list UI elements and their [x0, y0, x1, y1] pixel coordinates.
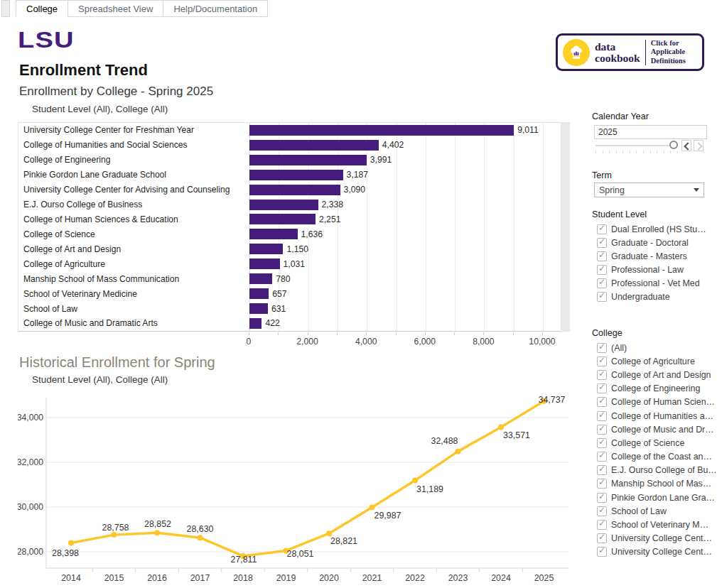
data-point[interactable] [370, 504, 375, 510]
bar[interactable] [249, 200, 318, 210]
checkbox-checked[interactable]: ✓ [597, 343, 607, 353]
slider-handle[interactable] [669, 141, 678, 149]
checkbox-checked[interactable]: ✓ [597, 520, 607, 530]
data-point[interactable] [198, 535, 203, 540]
checkbox-checked[interactable]: ✓ [597, 370, 607, 380]
college-option-label: College of Music and Dr… [611, 425, 714, 435]
college-option[interactable]: ✓College of Engineering [597, 382, 717, 396]
data-point[interactable] [412, 478, 418, 484]
student-level-option[interactable]: ✓Graduate - Doctoral [597, 236, 706, 249]
college-option[interactable]: ✓University College Cent… [597, 532, 717, 545]
tab-college[interactable]: College [16, 0, 68, 17]
bar[interactable] [249, 170, 343, 180]
checkbox-checked[interactable]: ✓ [597, 356, 607, 366]
checkbox-checked[interactable]: ✓ [597, 224, 607, 234]
college-option[interactable]: ✓Pinkie Gordon Lane Gra… [597, 491, 717, 504]
slider-track[interactable] [595, 145, 678, 146]
checkbox-checked[interactable]: ✓ [597, 411, 607, 421]
student-level-option[interactable]: ✓Professional - Law [597, 263, 706, 276]
college-option[interactable]: ✓E.J. Ourso College of Bu… [597, 464, 717, 477]
bar[interactable] [249, 244, 283, 254]
cookbook-brand-top: data [595, 41, 640, 53]
checkbox-checked[interactable]: ✓ [597, 506, 607, 516]
slider-tick [650, 151, 651, 153]
bar-value-label: 4,402 [382, 140, 404, 150]
checkbox-checked[interactable]: ✓ [597, 452, 607, 462]
college-option-label: University College Cent… [611, 533, 712, 543]
bar-chart-scrollbar[interactable] [561, 122, 570, 332]
bar[interactable] [249, 125, 514, 136]
bar[interactable] [249, 140, 379, 151]
checkbox-checked[interactable]: ✓ [597, 251, 607, 261]
college-option[interactable]: ✓College of Agriculture [597, 354, 717, 368]
x-axis-label: 6,000 [414, 337, 436, 347]
bar[interactable] [249, 303, 268, 314]
checkbox-checked[interactable]: ✓ [597, 479, 607, 489]
checkbox-checked[interactable]: ✓ [597, 383, 607, 393]
slider-tick [657, 151, 657, 153]
bar[interactable] [249, 288, 269, 299]
calendar-year-input[interactable] [594, 125, 707, 139]
student-level-option[interactable]: ✓Dual Enrolled (HS Stu… [597, 222, 706, 236]
college-option-label: Manship School of Mas… [611, 479, 711, 489]
college-option[interactable]: ✓(All) [597, 341, 717, 354]
data-point[interactable] [154, 530, 160, 535]
slider-prev-button[interactable] [681, 140, 691, 151]
checkbox-checked[interactable]: ✓ [597, 292, 607, 302]
data-point[interactable] [326, 530, 332, 536]
bar-cell: 3,991 [249, 153, 561, 168]
data-point[interactable] [112, 532, 117, 538]
bar[interactable] [249, 155, 367, 165]
bar-value-label: 2,338 [322, 200, 344, 209]
student-level-option[interactable]: ✓Undergraduate [597, 290, 706, 303]
college-label: College [592, 328, 622, 338]
bar[interactable] [249, 214, 316, 224]
college-option[interactable]: ✓University College Cent… [597, 545, 717, 559]
student-level-option[interactable]: ✓Professional - Vet Med [597, 276, 706, 290]
checkbox-checked[interactable]: ✓ [597, 533, 607, 543]
data-cookbook-link[interactable]: data cookbook Click for Applicable Defin… [556, 33, 704, 71]
data-point[interactable] [455, 449, 461, 454]
bar[interactable] [249, 229, 298, 239]
term-dropdown[interactable]: Spring [594, 183, 704, 197]
checkbox-checked[interactable]: ✓ [597, 493, 607, 503]
checkbox-checked[interactable]: ✓ [597, 547, 607, 557]
bar[interactable] [249, 318, 262, 329]
checkbox-checked[interactable]: ✓ [597, 425, 607, 435]
college-option[interactable]: ✓Manship School of Mas… [597, 477, 717, 491]
slider-next-button[interactable] [694, 140, 703, 151]
tab-spreadsheet-view[interactable]: Spreadsheet View [68, 0, 163, 17]
college-option[interactable]: ✓College of Music and Dr… [597, 423, 717, 436]
slider-tick [622, 151, 623, 153]
checkbox-checked[interactable]: ✓ [597, 465, 607, 475]
line-chart-title: Historical Enrollment for Spring [19, 354, 215, 371]
bar[interactable] [249, 185, 340, 195]
college-option[interactable]: ✓College of Art and Design [597, 368, 717, 381]
checkbox-checked[interactable]: ✓ [597, 397, 607, 407]
checkbox-checked[interactable]: ✓ [597, 265, 607, 275]
check-icon: ✓ [598, 410, 605, 420]
bar-category-label: College of Human Sciences & Education [18, 214, 249, 224]
cookbook-brand-bottom: cookbook [595, 53, 640, 64]
checkbox-checked[interactable]: ✓ [597, 278, 607, 288]
tab-help-documentation[interactable]: Help/Documentation [163, 0, 268, 17]
tab-scroll-button[interactable] [1, 0, 10, 17]
checkbox-checked[interactable]: ✓ [597, 238, 607, 248]
student-level-option[interactable]: ✓Graduate - Masters [597, 249, 706, 263]
bar[interactable] [249, 273, 272, 284]
college-option[interactable]: ✓College of Science [597, 436, 717, 450]
college-option[interactable]: ✓College of Humanities a… [597, 409, 717, 423]
y-axis-label: 34,000 [18, 413, 43, 423]
college-option[interactable]: ✓School of Veterinary M… [597, 518, 717, 531]
bar-row: College of Human Sciences & Education2,2… [18, 212, 561, 227]
college-option[interactable]: ✓College of the Coast an… [597, 450, 717, 464]
college-option[interactable]: ✓College of Human Scien… [597, 396, 717, 409]
data-point[interactable] [68, 540, 74, 545]
bar[interactable] [249, 258, 280, 269]
checkbox-checked[interactable]: ✓ [597, 438, 607, 448]
x-axis-tick [513, 332, 514, 335]
x-axis-tick [542, 332, 543, 335]
college-option[interactable]: ✓School of Law [597, 504, 717, 518]
data-point[interactable] [498, 425, 504, 430]
slider-tick [643, 151, 644, 153]
